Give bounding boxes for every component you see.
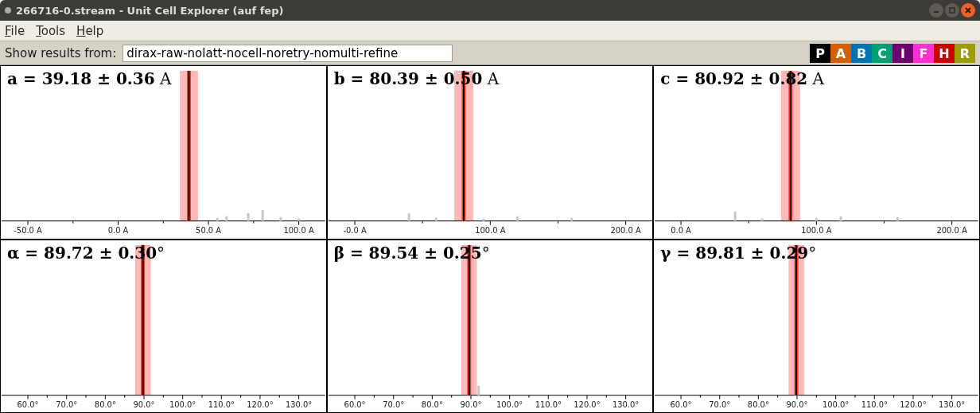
maximize-button[interactable] — [945, 3, 959, 18]
plot-grid: a = 39.18 ± 0.36 A-50.0 A0.0 A50.0 A100.… — [0, 65, 980, 413]
plot-b[interactable]: b = 80.39 ± 0.50 A-0.0 A100.0 A200.0 A — [327, 65, 654, 240]
svg-rect-38 — [482, 219, 484, 221]
svg-text:130.0°: 130.0° — [612, 399, 639, 408]
svg-rect-36 — [407, 213, 410, 221]
svg-text:100.0 A: 100.0 A — [475, 226, 505, 235]
close-button[interactable] — [961, 3, 975, 18]
svg-text:200.0 A: 200.0 A — [610, 226, 640, 235]
lattice-button-p[interactable]: P — [810, 44, 830, 63]
lattice-button-group: PABCIFHR — [810, 44, 975, 63]
svg-rect-21 — [279, 217, 282, 221]
svg-text:90.0°: 90.0° — [787, 399, 808, 408]
plot-alpha[interactable]: α = 89.72 ± 0.30°60.0°70.0°80.0°90.0°100… — [0, 240, 327, 414]
svg-text:0.0 A: 0.0 A — [671, 226, 692, 235]
svg-text:50.0 A: 50.0 A — [196, 226, 221, 235]
svg-text:80.0°: 80.0° — [422, 399, 443, 408]
svg-rect-87 — [142, 244, 144, 395]
svg-rect-54 — [734, 212, 737, 221]
plot-title-a: a = 39.18 ± 0.36 A — [7, 69, 171, 88]
app-dot — [5, 7, 11, 14]
plot-title-b: b = 80.39 ± 0.50 A — [334, 69, 500, 88]
svg-text:70.0°: 70.0° — [710, 399, 731, 408]
svg-text:60.0°: 60.0° — [671, 399, 692, 408]
plot-c[interactable]: c = 80.92 ± 0.82 A0.0 A100.0 A200.0 A — [653, 65, 980, 240]
menu-file[interactable]: File — [5, 24, 25, 38]
window-title: 266716-0.stream - Unit Cell Explorer (au… — [16, 5, 283, 17]
window-titlebar: 266716-0.stream - Unit Cell Explorer (au… — [0, 0, 980, 21]
svg-text:-0.0 A: -0.0 A — [343, 226, 366, 235]
svg-text:120.0°: 120.0° — [900, 399, 927, 408]
svg-text:70.0°: 70.0° — [383, 399, 404, 408]
toolbar: Show results from: PABCIFHR — [0, 41, 980, 65]
svg-rect-56 — [815, 218, 818, 221]
svg-text:130.0°: 130.0° — [286, 399, 312, 408]
menubar: File Tools Help — [0, 21, 980, 41]
plot-title-c: c = 80.92 ± 0.82 A — [660, 69, 824, 88]
svg-text:100.0°: 100.0° — [169, 399, 196, 408]
svg-text:90.0°: 90.0° — [134, 399, 155, 408]
results-from-input[interactable] — [122, 45, 453, 62]
svg-rect-58 — [896, 217, 899, 221]
svg-rect-41 — [328, 219, 329, 221]
svg-rect-113 — [477, 385, 480, 395]
svg-rect-18 — [225, 216, 228, 221]
svg-text:110.0°: 110.0° — [535, 399, 561, 408]
svg-rect-37 — [434, 218, 437, 221]
plot-beta[interactable]: β = 89.54 ± 0.25°60.0°70.0°80.0°90.0°100… — [327, 240, 654, 414]
svg-text:-50.0 A: -50.0 A — [14, 226, 42, 235]
svg-rect-20 — [262, 210, 264, 221]
plot-gamma[interactable]: γ = 89.81 ± 0.29°60.0°70.0°80.0°90.0°100… — [653, 240, 980, 414]
svg-rect-17 — [216, 218, 219, 221]
svg-rect-60 — [790, 71, 791, 221]
svg-text:110.0°: 110.0° — [208, 399, 235, 408]
svg-rect-115 — [468, 244, 469, 395]
svg-text:80.0°: 80.0° — [748, 399, 769, 408]
svg-rect-57 — [840, 216, 842, 221]
svg-rect-39 — [516, 216, 519, 221]
svg-text:60.0°: 60.0° — [344, 399, 365, 408]
svg-rect-19 — [247, 213, 250, 221]
menu-help[interactable]: Help — [76, 24, 103, 38]
svg-rect-43 — [463, 71, 465, 221]
svg-text:120.0°: 120.0° — [574, 399, 600, 408]
svg-rect-55 — [761, 219, 764, 221]
svg-text:130.0°: 130.0° — [939, 399, 965, 408]
svg-rect-25 — [189, 71, 190, 221]
svg-text:80.0°: 80.0° — [95, 399, 116, 408]
lattice-button-b[interactable]: B — [851, 44, 872, 63]
svg-text:70.0°: 70.0° — [56, 399, 77, 408]
lattice-button-a[interactable]: A — [830, 44, 851, 63]
svg-rect-40 — [570, 218, 573, 221]
svg-text:60.0°: 60.0° — [18, 399, 39, 408]
plot-a[interactable]: a = 39.18 ± 0.36 A-50.0 A0.0 A50.0 A100.… — [0, 65, 327, 240]
svg-text:100.0 A: 100.0 A — [283, 226, 313, 235]
svg-text:0.0 A: 0.0 A — [108, 226, 129, 235]
svg-text:100.0°: 100.0° — [822, 399, 849, 408]
svg-rect-142 — [795, 244, 797, 395]
plot-title-beta: β = 89.54 ± 0.25° — [334, 244, 490, 263]
plot-title-alpha: α = 89.72 ± 0.30° — [7, 244, 165, 263]
lattice-button-i[interactable]: I — [892, 44, 913, 63]
lattice-button-r[interactable]: R — [955, 44, 975, 63]
svg-text:100.0 A: 100.0 A — [802, 226, 832, 235]
lattice-button-c[interactable]: C — [872, 44, 892, 63]
svg-text:200.0 A: 200.0 A — [937, 226, 967, 235]
menu-tools[interactable]: Tools — [36, 24, 65, 38]
lattice-button-f[interactable]: F — [913, 44, 934, 63]
toolbar-label: Show results from: — [5, 46, 116, 60]
svg-text:90.0°: 90.0° — [460, 399, 481, 408]
svg-text:110.0°: 110.0° — [861, 399, 888, 408]
svg-rect-22 — [298, 219, 300, 221]
plot-title-gamma: γ = 89.81 ± 0.29° — [660, 244, 816, 263]
svg-text:120.0°: 120.0° — [247, 399, 273, 408]
svg-text:100.0°: 100.0° — [496, 399, 523, 408]
svg-rect-1 — [950, 8, 955, 13]
lattice-button-h[interactable]: H — [934, 44, 955, 63]
minimize-button[interactable] — [929, 3, 943, 18]
